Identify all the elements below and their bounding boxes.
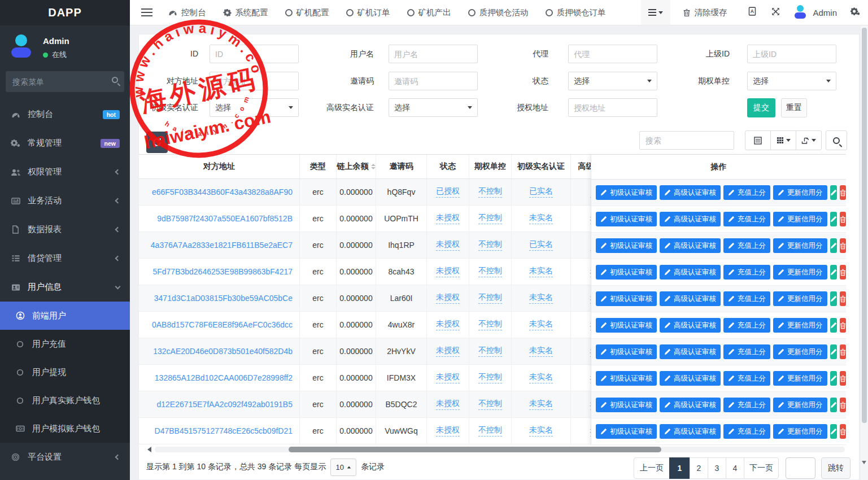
settings-gears-icon[interactable] — [850, 7, 860, 18]
filter-input-auth-address[interactable] — [568, 98, 657, 117]
senior-kyc-review-button[interactable]: 高级认证审核 — [660, 265, 721, 280]
address-link[interactable]: 4a376A7Aa2833e1821FB611B5e2aEC7 — [151, 241, 293, 250]
sidebar-item-dashboard[interactable]: 控制台hot — [0, 100, 130, 129]
topnav-item[interactable]: 系统配置 — [223, 7, 268, 18]
jump-page-input[interactable] — [786, 457, 815, 479]
update-credit-button[interactable]: 更新信用分 — [773, 424, 827, 439]
reset-button[interactable]: 重置 — [781, 98, 807, 117]
control-link[interactable]: 不控制 — [478, 372, 502, 383]
control-link[interactable]: 不控制 — [478, 186, 502, 198]
address-link[interactable]: d12E26715E7fAA2c092f492ab0191B5 — [156, 400, 293, 409]
edit-button[interactable] — [830, 238, 837, 253]
junior-kyc-link[interactable]: 未实名 — [529, 319, 553, 330]
control-link[interactable]: 不控制 — [478, 293, 502, 304]
junior-kyc-link[interactable]: 未实名 — [529, 213, 553, 224]
delete-button[interactable] — [840, 398, 847, 412]
junior-kyc-link[interactable]: 未实名 — [529, 293, 553, 304]
sidebar-item-front-users[interactable]: 前端用户 — [0, 302, 130, 330]
recharge-button[interactable]: 充值上分 — [723, 318, 770, 333]
table-search-input[interactable] — [639, 131, 734, 150]
columns-button[interactable] — [770, 130, 796, 150]
junior-kyc-link[interactable]: 未实名 — [529, 372, 553, 383]
delete-button[interactable] — [840, 318, 847, 333]
recharge-button[interactable]: 充值上分 — [723, 344, 770, 359]
refresh-button[interactable] — [146, 132, 168, 153]
senior-kyc-review-button[interactable]: 高级认证审核 — [660, 424, 721, 439]
delete-button[interactable] — [840, 185, 847, 200]
update-credit-button[interactable]: 更新信用分 — [773, 185, 827, 200]
sidebar-item-user-demo-wallet[interactable]: 用户模拟账户钱包 — [0, 414, 130, 443]
senior-kyc-review-button[interactable]: 高级认证审核 — [660, 212, 721, 226]
control-link[interactable]: 不控制 — [478, 346, 502, 357]
edit-button[interactable] — [830, 185, 837, 200]
status-link[interactable]: 未授权 — [436, 425, 460, 437]
status-link[interactable]: 未授权 — [436, 239, 460, 251]
address-link[interactable]: 9dB75987f24307a550EA1607bf8512B — [157, 214, 293, 223]
hscroll-left-arrow[interactable] — [147, 447, 151, 452]
junior-kyc-link[interactable]: 未实名 — [529, 346, 553, 357]
filter-select-senior-kyc[interactable]: 选择 — [389, 98, 478, 117]
recharge-button[interactable]: 充值上分 — [723, 212, 770, 226]
edit-button[interactable] — [830, 265, 837, 280]
topnav-item[interactable]: 质押锁仓订单 — [546, 7, 606, 18]
sidebar-item-user-recharge[interactable]: 用户充值 — [0, 330, 130, 358]
export-button[interactable] — [796, 130, 822, 150]
delete-button[interactable] — [840, 212, 847, 226]
filter-input-agent[interactable] — [568, 45, 657, 63]
senior-kyc-review-button[interactable]: 高级认证审核 — [660, 371, 721, 386]
search-button[interactable] — [826, 130, 847, 150]
control-link[interactable]: 不控制 — [478, 239, 502, 251]
sidebar-item-reports[interactable]: 数据报表 — [0, 215, 130, 244]
edit-button[interactable] — [830, 398, 837, 412]
junior-kyc-review-button[interactable]: 初级认证审核 — [596, 398, 657, 412]
vertical-scrollbar[interactable] — [861, 25, 868, 480]
update-credit-button[interactable]: 更新信用分 — [773, 318, 827, 333]
detail-view-button[interactable] — [745, 130, 771, 150]
page-size-selector[interactable]: 10 — [330, 459, 356, 476]
page-button-2[interactable]: 2 — [690, 457, 708, 479]
status-link[interactable]: 未授权 — [436, 372, 460, 383]
control-link[interactable]: 不控制 — [478, 213, 502, 224]
fullscreen-icon[interactable] — [771, 7, 780, 18]
delete-button[interactable] — [840, 344, 847, 359]
address-link[interactable]: 132865A12Bd102CAA006D7e28998ff2 — [155, 373, 293, 382]
status-link[interactable]: 未授权 — [436, 293, 460, 304]
hscroll-thumb[interactable] — [289, 447, 661, 452]
junior-kyc-link[interactable]: 未实名 — [529, 266, 553, 277]
topnav-item[interactable]: 矿机产出 — [407, 7, 451, 18]
senior-kyc-review-button[interactable]: 高级认证审核 — [660, 318, 721, 333]
junior-kyc-link[interactable]: 已实名 — [529, 186, 553, 198]
recharge-button[interactable]: 充值上分 — [723, 398, 770, 412]
sidebar-item-business[interactable]: 业务活动 — [0, 186, 130, 215]
page-button-1[interactable]: 1 — [669, 457, 690, 479]
junior-kyc-review-button[interactable]: 初级认证审核 — [596, 371, 657, 386]
vertical-scrollbar-thumb[interactable] — [862, 28, 867, 423]
filter-input-invite-code[interactable] — [389, 72, 478, 90]
log-document-icon[interactable]: A — [748, 7, 757, 18]
hamburger-menu-icon[interactable] — [141, 6, 152, 19]
prev-page-button[interactable]: 上一页 — [634, 457, 670, 479]
topnav-item[interactable]: 控制台 — [168, 7, 206, 18]
next-page-button[interactable]: 下一页 — [744, 457, 779, 479]
edit-button[interactable] — [830, 371, 837, 386]
filter-input-parent-id[interactable] — [747, 45, 836, 63]
update-credit-button[interactable]: 更新信用分 — [773, 344, 827, 359]
junior-kyc-link[interactable]: 已实名 — [529, 239, 553, 251]
update-credit-button[interactable]: 更新信用分 — [773, 212, 827, 226]
status-link[interactable]: 未授权 — [436, 399, 460, 410]
senior-kyc-review-button[interactable]: 高级认证审核 — [660, 291, 721, 306]
filter-input-address[interactable] — [210, 72, 299, 90]
recharge-button[interactable]: 充值上分 — [723, 265, 770, 280]
update-credit-button[interactable]: 更新信用分 — [773, 238, 827, 253]
delete-button[interactable] — [840, 424, 847, 439]
address-link[interactable]: 0AB8d157C78F6E8E8f96AeFC0c36dcc — [152, 320, 293, 329]
edit-button[interactable] — [830, 344, 837, 359]
edit-button[interactable] — [830, 424, 837, 439]
senior-kyc-review-button[interactable]: 高级认证审核 — [660, 398, 721, 412]
page-button-3[interactable]: 3 — [708, 457, 726, 479]
sidebar-item-lending[interactable]: 借贷管理 — [0, 244, 130, 273]
filter-select-option-control[interactable]: 选择 — [747, 72, 836, 90]
recharge-button[interactable]: 充值上分 — [723, 185, 770, 200]
update-credit-button[interactable]: 更新信用分 — [773, 291, 827, 306]
sidebar-item-user-withdraw[interactable]: 用户提现 — [0, 358, 130, 386]
